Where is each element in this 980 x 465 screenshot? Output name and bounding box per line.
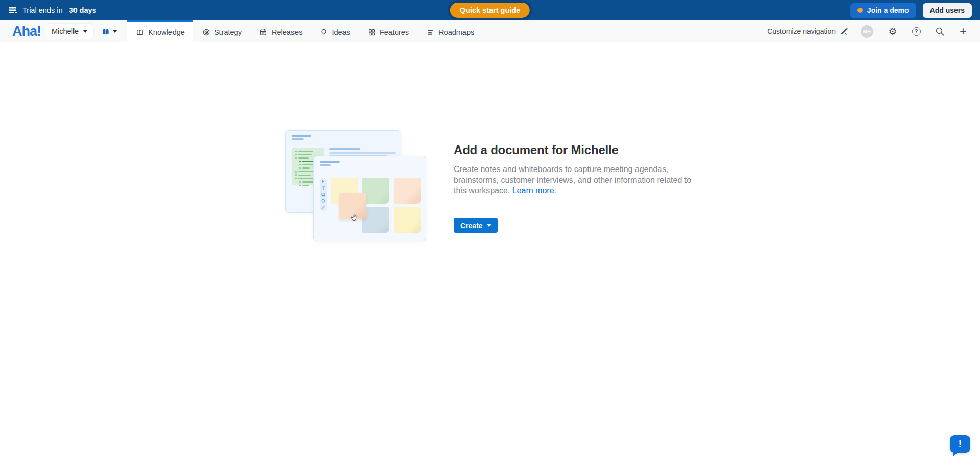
tab-ideas[interactable]: Ideas	[311, 20, 358, 42]
search-icon	[935, 27, 945, 36]
feedback-bubble-button[interactable]: !	[950, 435, 970, 453]
tab-label: Ideas	[332, 28, 350, 36]
exclamation-icon: !	[959, 438, 962, 450]
sticky-note-yellow2	[394, 207, 421, 233]
trial-days: 30 days	[69, 6, 96, 14]
plus-icon: +	[960, 26, 966, 37]
sentence-period: .	[554, 186, 556, 195]
gear-icon: ⚙	[888, 27, 897, 36]
description-text: Create notes and whiteboards to capture …	[454, 165, 691, 195]
knowledge-workspace-icon	[101, 27, 110, 36]
trial-text: Trial ends in	[22, 6, 62, 14]
sticky-note-peach	[394, 178, 421, 204]
shape-tool-icon	[321, 199, 325, 203]
tab-label: Knowledge	[148, 28, 185, 36]
caret-down-icon	[487, 224, 491, 227]
knowledge-book-icon	[136, 28, 144, 36]
knowledge-empty-state: Add a document for Michelle Create notes…	[0, 42, 980, 242]
tab-knowledge[interactable]: Knowledge	[127, 20, 193, 42]
create-button[interactable]: Create	[454, 218, 498, 233]
customize-wand-icon	[839, 27, 848, 35]
trial-top-bar: Trial ends in30 days Quick start guide J…	[0, 0, 980, 20]
join-demo-label: Join a demo	[867, 6, 909, 14]
settings-button[interactable]: ⚙	[885, 23, 900, 39]
workspace-selector[interactable]: Michelle	[45, 24, 93, 39]
whiteboard-toolbar	[320, 178, 327, 211]
whiteboard-document-card	[313, 156, 426, 241]
add-new-button[interactable]: +	[955, 23, 971, 39]
tab-label: Features	[380, 28, 409, 36]
create-button-label: Create	[460, 222, 483, 230]
workspace-tabs: Knowledge Strategy Releases Ideas	[127, 20, 483, 42]
nav-right-controls: Customize navigation MH ⚙ ? +	[767, 23, 980, 39]
text-tool-icon	[321, 186, 325, 190]
grab-hand-cursor-icon	[350, 213, 359, 225]
grid-icon	[368, 28, 376, 36]
learn-more-link[interactable]: Learn more	[512, 186, 554, 195]
aha-logo[interactable]: Aha!	[12, 25, 41, 38]
workspace-type-selector[interactable]	[100, 26, 118, 37]
customize-navigation-label: Customize navigation	[767, 27, 836, 35]
tab-label: Releases	[272, 28, 302, 36]
target-icon	[202, 28, 210, 36]
tab-label: Strategy	[214, 28, 242, 36]
user-avatar[interactable]: MH	[861, 25, 873, 38]
caret-down-icon	[83, 30, 87, 33]
join-demo-button[interactable]: Join a demo	[850, 3, 916, 18]
empty-state-heading: Add a document for Michelle	[454, 143, 695, 157]
rectangle-tool-icon	[321, 192, 325, 197]
trial-list-icon	[8, 7, 18, 14]
documents-illustration	[285, 130, 429, 242]
add-users-button[interactable]: Add users	[923, 3, 972, 18]
tab-releases[interactable]: Releases	[251, 20, 311, 42]
lightbulb-icon	[320, 28, 328, 36]
rows-icon	[426, 28, 434, 36]
empty-state-description: Create notes and whiteboards to capture …	[454, 164, 694, 196]
demo-status-dot-icon	[857, 8, 863, 13]
trial-countdown: Trial ends in30 days	[8, 6, 96, 14]
main-content: Add a document for Michelle Create notes…	[0, 42, 980, 465]
main-navigation-bar: Aha! Michelle Knowledge Strategy	[0, 20, 980, 42]
workspace-name: Michelle	[52, 27, 79, 35]
tab-label: Roadmaps	[438, 28, 474, 36]
quick-start-guide-button[interactable]: Quick start guide	[450, 3, 530, 18]
caret-down-icon	[113, 30, 117, 33]
calendar-icon	[259, 28, 267, 36]
empty-state-text: Add a document for Michelle Create notes…	[454, 130, 695, 242]
help-icon: ?	[912, 27, 921, 36]
tab-features[interactable]: Features	[359, 20, 418, 42]
help-button[interactable]: ?	[909, 23, 924, 39]
tab-strategy[interactable]: Strategy	[193, 20, 251, 42]
pen-tool-icon	[321, 205, 325, 209]
search-button[interactable]	[932, 23, 947, 39]
tab-roadmaps[interactable]: Roadmaps	[418, 20, 483, 42]
customize-navigation-button[interactable]: Customize navigation	[767, 27, 848, 35]
cursor-tool-icon	[321, 180, 325, 184]
